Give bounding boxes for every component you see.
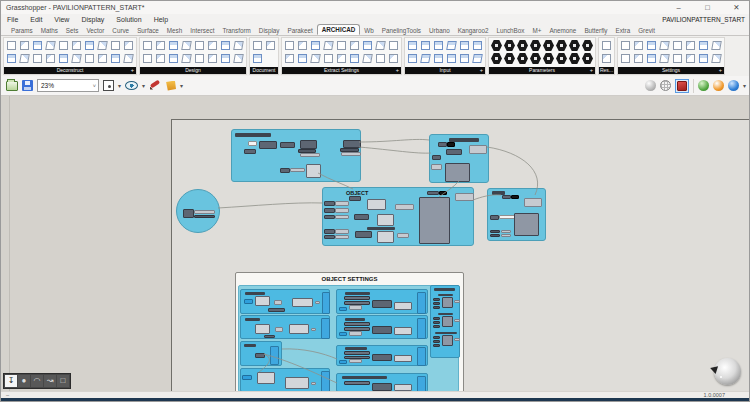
menu-edit[interactable]: Edit bbox=[24, 14, 48, 25]
parameter-icon[interactable] bbox=[582, 53, 593, 65]
subgroup-L3[interactable] bbox=[240, 341, 282, 366]
component-icon[interactable] bbox=[32, 53, 43, 65]
container-node[interactable] bbox=[255, 296, 270, 306]
tab-maths[interactable]: Maths bbox=[37, 26, 62, 35]
panel-pill-node[interactable] bbox=[248, 141, 257, 146]
preview-blue-sphere-icon[interactable] bbox=[728, 80, 739, 91]
script-node[interactable] bbox=[442, 335, 453, 346]
component-icon[interactable] bbox=[362, 53, 373, 65]
tab-surface[interactable]: Surface bbox=[133, 26, 163, 35]
preview-green-sphere-icon[interactable] bbox=[698, 80, 709, 91]
component-icon[interactable] bbox=[633, 53, 644, 65]
container-node[interactable] bbox=[306, 164, 321, 178]
component-icon[interactable] bbox=[71, 53, 82, 65]
subgroup-M2[interactable] bbox=[336, 315, 428, 339]
component-icon[interactable] bbox=[601, 40, 612, 52]
component-icon[interactable] bbox=[181, 40, 192, 52]
preview-orange-sphere-icon[interactable] bbox=[713, 80, 724, 91]
component-node[interactable] bbox=[259, 141, 277, 149]
slider-node[interactable] bbox=[335, 201, 349, 206]
tab-urbano[interactable]: Urbano bbox=[425, 26, 454, 35]
component-node[interactable] bbox=[324, 201, 335, 206]
component-icon[interactable] bbox=[407, 53, 418, 65]
component-icon[interactable] bbox=[446, 40, 457, 52]
component-node[interactable] bbox=[354, 214, 369, 220]
close-button[interactable]: ✕ bbox=[722, 1, 750, 14]
panel-node[interactable] bbox=[417, 376, 426, 391]
component-icon[interactable] bbox=[375, 53, 386, 65]
menu-help[interactable]: Help bbox=[148, 14, 174, 25]
component-node[interactable] bbox=[372, 383, 392, 391]
component-node[interactable] bbox=[372, 354, 392, 361]
component-icon[interactable] bbox=[388, 40, 399, 52]
component-node[interactable] bbox=[438, 142, 447, 147]
component-icon[interactable] bbox=[194, 53, 205, 65]
slider-node[interactable] bbox=[275, 327, 283, 332]
panel-expand-plus[interactable]: + bbox=[719, 67, 722, 74]
subgroup-right-column[interactable] bbox=[430, 285, 460, 358]
component-node[interactable] bbox=[280, 168, 290, 173]
canvas-widget-icon[interactable]: ● bbox=[18, 375, 30, 387]
parameter-icon[interactable] bbox=[569, 53, 580, 65]
component-node[interactable] bbox=[300, 140, 317, 149]
tab-m-[interactable]: M+ bbox=[528, 26, 545, 35]
subgroup-L4[interactable] bbox=[240, 368, 330, 391]
component-icon[interactable] bbox=[672, 40, 683, 52]
script-node[interactable] bbox=[445, 163, 470, 182]
component-icon[interactable] bbox=[388, 53, 399, 65]
tab-parakeet[interactable]: Parakeet bbox=[284, 26, 317, 35]
component-icon[interactable] bbox=[207, 40, 218, 52]
slider-node[interactable] bbox=[290, 168, 305, 172]
panel-node[interactable] bbox=[417, 318, 426, 339]
slider-node[interactable] bbox=[454, 300, 460, 303]
tab-curve[interactable]: Curve bbox=[108, 26, 133, 35]
param-node[interactable] bbox=[242, 375, 252, 380]
slider-node[interactable] bbox=[311, 382, 316, 385]
component-node[interactable] bbox=[355, 231, 372, 238]
component-node[interactable] bbox=[324, 229, 335, 234]
slider-node[interactable] bbox=[455, 193, 474, 201]
component-stack-node[interactable] bbox=[433, 325, 440, 328]
component-icon[interactable] bbox=[252, 40, 263, 52]
group-right-of-object[interactable] bbox=[487, 188, 546, 241]
slider-node[interactable] bbox=[454, 338, 460, 341]
component-node[interactable] bbox=[183, 209, 194, 218]
script-node[interactable] bbox=[419, 197, 450, 244]
canvas-widget-icon[interactable]: ◠ bbox=[31, 375, 43, 387]
component-stack-node[interactable] bbox=[433, 317, 440, 320]
component-icon[interactable] bbox=[19, 40, 30, 52]
slider-node[interactable] bbox=[300, 153, 320, 157]
slider-node[interactable] bbox=[335, 229, 349, 234]
component-icon[interactable] bbox=[362, 40, 373, 52]
preview-off-sphere-icon[interactable] bbox=[645, 80, 656, 91]
tab-lunchbox[interactable]: LunchBox bbox=[492, 26, 528, 35]
component-icon[interactable] bbox=[110, 40, 121, 52]
component-icon[interactable] bbox=[672, 53, 683, 65]
preview-wire-sphere-icon[interactable] bbox=[660, 80, 671, 91]
component-icon[interactable] bbox=[620, 40, 631, 52]
canvas-widget-icon[interactable]: ↧ bbox=[5, 375, 17, 387]
component-icon[interactable] bbox=[711, 53, 722, 65]
subgroup-M3[interactable] bbox=[336, 345, 428, 366]
slider-node[interactable] bbox=[395, 204, 414, 210]
parameter-icon[interactable] bbox=[517, 40, 528, 52]
trackball-compass-icon[interactable] bbox=[714, 358, 741, 385]
container-node[interactable] bbox=[255, 324, 270, 334]
slider-node[interactable] bbox=[274, 300, 282, 305]
slider-node[interactable] bbox=[335, 215, 349, 219]
tab-sets[interactable]: Sets bbox=[62, 26, 83, 35]
component-icon[interactable] bbox=[168, 53, 179, 65]
parameter-icon[interactable] bbox=[530, 40, 541, 52]
script-node[interactable] bbox=[442, 316, 453, 327]
tab-extra[interactable]: Extra bbox=[611, 26, 634, 35]
component-icon[interactable] bbox=[284, 40, 295, 52]
tab-kangaroo2[interactable]: Kangaroo2 bbox=[454, 26, 493, 35]
component-icon[interactable] bbox=[181, 53, 192, 65]
container-node[interactable] bbox=[394, 384, 412, 391]
component-icon[interactable] bbox=[110, 53, 121, 65]
tab-butterfly[interactable]: Butterfly bbox=[580, 26, 611, 35]
group-slider-circle[interactable] bbox=[176, 189, 220, 233]
component-icon[interactable] bbox=[711, 40, 722, 52]
group-object[interactable]: OBJECT bbox=[322, 187, 474, 246]
open-file-icon[interactable] bbox=[6, 81, 18, 91]
